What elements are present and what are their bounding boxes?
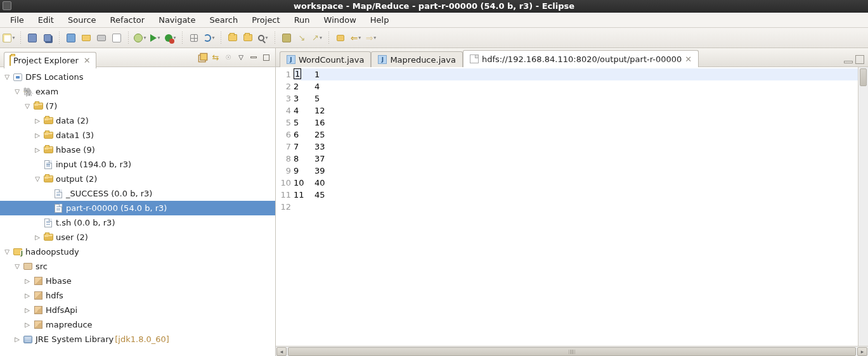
menu-refactor[interactable]: Refactor: [104, 14, 152, 26]
scrollbar-track[interactable]: [288, 347, 856, 356]
project-explorer-tab[interactable]: Project Explorer ✕: [4, 52, 96, 68]
tree-item[interactable]: ▷part-r-00000 (54.0 b, r3): [0, 201, 275, 215]
tree-item[interactable]: ▷user (2): [0, 230, 275, 245]
menu-file[interactable]: File: [4, 14, 30, 26]
menu-search[interactable]: Search: [203, 14, 244, 26]
tree-item[interactable]: ▷JRE System Library [jdk1.8.0_60]: [0, 332, 275, 346]
tree-item[interactable]: ▷HdfsApi: [0, 303, 275, 317]
tree-item[interactable]: ▷data (2): [0, 113, 275, 128]
tree-item[interactable]: ▽output (2): [0, 172, 275, 186]
expand-toggle-icon[interactable]: ▽: [3, 73, 11, 80]
code-line: 1 1: [294, 68, 858, 80]
editor-tab[interactable]: hdfs://192.168.84.110:8020/output/part-r…: [463, 50, 699, 67]
tree-item[interactable]: ▷t.sh (0.0 b, r3): [0, 215, 275, 230]
step-into-button[interactable]: ↘: [295, 32, 308, 44]
expand-toggle-icon[interactable]: ▷: [23, 307, 32, 314]
menu-source[interactable]: Source: [62, 14, 103, 26]
tree-item-label: part-r-00000 (54.0 b, r3): [65, 203, 167, 213]
back-button[interactable]: [349, 32, 362, 44]
editor-tab[interactable]: JWordCount.java: [280, 51, 371, 67]
forward-button[interactable]: [365, 32, 377, 44]
external-tools-button[interactable]: [334, 32, 347, 44]
minimize-view-icon[interactable]: [249, 53, 259, 63]
build-button[interactable]: [203, 32, 216, 44]
maximize-view-icon[interactable]: [261, 53, 271, 63]
open-type-button[interactable]: [226, 32, 239, 44]
tree-item-label: data1 (3): [55, 130, 94, 140]
expand-toggle-icon[interactable]: ▷: [33, 117, 42, 124]
toggle-breadcrumb-button[interactable]: [65, 32, 77, 44]
debug-button[interactable]: [134, 32, 146, 44]
tree-item[interactable]: ▽DFS Locations: [0, 70, 275, 84]
link-editor-icon[interactable]: ⇆: [211, 53, 221, 63]
print-button[interactable]: [95, 32, 108, 44]
expand-toggle-icon[interactable]: ▽: [23, 103, 32, 110]
scrollbar-thumb[interactable]: [288, 347, 856, 356]
toolbar-separator: [220, 31, 222, 45]
menu-project[interactable]: Project: [245, 14, 286, 26]
maximize-editor-icon[interactable]: [855, 55, 864, 64]
close-icon[interactable]: ✕: [84, 56, 91, 65]
run-last-button[interactable]: [164, 32, 177, 44]
collapse-all-icon[interactable]: [198, 53, 208, 63]
expand-toggle-icon[interactable]: ▷: [33, 132, 42, 139]
horizontal-scrollbar[interactable]: ◂ ▸: [276, 346, 868, 356]
save-button[interactable]: [26, 32, 39, 44]
close-tab-icon[interactable]: ✕: [685, 54, 692, 64]
tree-item[interactable]: ▷_SUCCESS (0.0 b, r3): [0, 186, 275, 201]
editor-content[interactable]: 1 12 43 54 125 166 257 338 379 3910 4011…: [294, 67, 858, 346]
tree-item[interactable]: ▷input (194.0 b, r3): [0, 157, 275, 172]
tree-item[interactable]: ▷hbase (9): [0, 143, 275, 157]
tree-item[interactable]: ▽src: [0, 259, 275, 274]
expand-toggle-icon[interactable]: ▷: [33, 146, 42, 153]
expand-toggle-icon[interactable]: ▽: [13, 263, 22, 270]
scroll-left-arrow[interactable]: ◂: [276, 347, 287, 356]
expand-toggle-icon[interactable]: ▷: [23, 321, 32, 328]
tree-item[interactable]: ▷data1 (3): [0, 128, 275, 143]
run-button[interactable]: [149, 32, 162, 44]
menu-navigate[interactable]: Navigate: [152, 14, 202, 26]
expand-toggle-icon[interactable]: ▽: [13, 88, 22, 95]
tree-item[interactable]: ▽🐘exam: [0, 84, 275, 99]
tree-item-label: DFS Locations: [24, 72, 83, 82]
menu-run[interactable]: Run: [288, 14, 316, 26]
step-over-button[interactable]: ↗: [311, 32, 323, 44]
tree-item-label: src: [34, 262, 48, 271]
project-explorer-tree[interactable]: ▽DFS Locations▽🐘exam▽(7)▷data (2)▷data1 …: [0, 67, 275, 356]
scrollbar-thumb[interactable]: [860, 68, 867, 86]
focus-task-icon[interactable]: ☉: [223, 53, 233, 63]
expand-toggle-icon[interactable]: ▷: [23, 277, 32, 284]
menu-help[interactable]: Help: [364, 14, 396, 26]
minimize-editor-icon[interactable]: [844, 61, 853, 63]
tree-item-decoration: [jdk1.8.0_60]: [115, 334, 169, 344]
folder-open-icon: [33, 101, 43, 111]
menu-window[interactable]: Window: [318, 14, 363, 26]
editor-tab[interactable]: JMapreduce.java: [371, 51, 463, 67]
switch-editor-button[interactable]: [80, 32, 93, 44]
expand-toggle-icon[interactable]: ▷: [33, 234, 42, 241]
expand-toggle-icon[interactable]: ▷: [13, 336, 22, 343]
menu-edit[interactable]: Edit: [32, 14, 60, 26]
step-button[interactable]: [280, 32, 293, 44]
line-number-gutter: 123456789101112: [276, 67, 294, 346]
vertical-scrollbar[interactable]: [858, 67, 868, 346]
view-menu-icon[interactable]: ▽: [236, 53, 246, 63]
new-button[interactable]: [3, 32, 15, 44]
dfs-locations-icon: [13, 72, 23, 82]
tree-item[interactable]: ▽hadoopstudy: [0, 245, 275, 259]
tree-item[interactable]: ▷Hbase: [0, 274, 275, 288]
system-menu-icon[interactable]: [3, 1, 11, 10]
new-package-button[interactable]: [188, 32, 200, 44]
tree-item[interactable]: ▷hdfs: [0, 288, 275, 303]
open-task-button[interactable]: [242, 32, 254, 44]
search-button[interactable]: [257, 32, 269, 44]
file-icon: [53, 203, 63, 213]
expand-toggle-icon[interactable]: ▽: [3, 248, 11, 255]
save-all-button[interactable]: [41, 32, 54, 44]
pin-editor-button[interactable]: [110, 32, 123, 44]
tree-item[interactable]: ▽(7): [0, 99, 275, 113]
expand-toggle-icon[interactable]: ▽: [33, 175, 42, 182]
scroll-right-arrow[interactable]: ▸: [857, 347, 867, 356]
expand-toggle-icon[interactable]: ▷: [23, 292, 32, 299]
tree-item[interactable]: ▷mapreduce: [0, 317, 275, 332]
